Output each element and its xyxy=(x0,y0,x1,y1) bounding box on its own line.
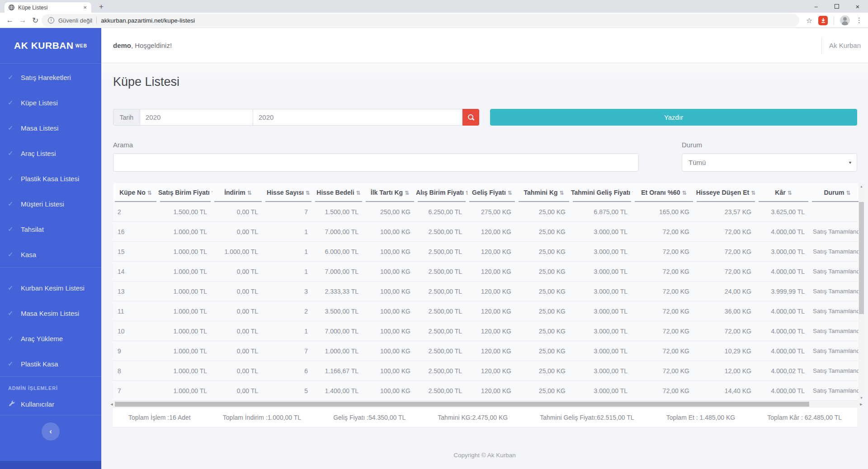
column-header[interactable]: Küpe No⇅ xyxy=(113,183,158,202)
minimize-button[interactable]: – xyxy=(806,0,826,13)
table-cell: 100,00 KG xyxy=(364,341,416,361)
page-title: Küpe Listesi xyxy=(113,75,179,89)
sidebar-item[interactable]: ✓Araç Yükleme xyxy=(0,326,101,351)
table-cell: 1.500,00 TL xyxy=(158,202,212,222)
column-header[interactable]: Tahmini Geliş Fiyatı⇅ xyxy=(571,183,633,202)
new-tab-button[interactable]: + xyxy=(96,2,107,12)
column-header[interactable]: Et Oranı %60⇅ xyxy=(633,183,695,202)
sidebar-item[interactable]: ✓Plastik Kasa Listesi xyxy=(0,166,101,191)
scroll-left-icon[interactable]: ◀ xyxy=(108,401,115,407)
sort-icon: ⇅ xyxy=(405,190,409,196)
table-cell: 275,00 KG xyxy=(467,202,517,222)
back-button[interactable]: ← xyxy=(4,13,16,28)
date-to-input[interactable] xyxy=(253,109,462,126)
column-header[interactable]: Alış Birim Fiyatı⇅ xyxy=(416,183,467,202)
column-header[interactable]: Hisse Sayısı⇅ xyxy=(264,183,313,202)
bookmark-star-icon[interactable]: ☆ xyxy=(806,16,812,25)
table-cell: Satış Tamamlandı xyxy=(810,301,859,321)
column-header[interactable]: Geliş Fiyatı⇅ xyxy=(467,183,517,202)
table-cell: 3.000,00 TL xyxy=(571,321,633,341)
column-header[interactable]: Hisseye Düşen Et⇅ xyxy=(695,183,757,202)
column-header[interactable]: Satış Birim Fiyatı⇅ xyxy=(158,183,212,202)
table-cell: 0,00 TL xyxy=(212,281,264,301)
table-cell: 4.000,00 TL xyxy=(757,381,810,401)
status-select[interactable]: Tümü ▾ xyxy=(682,153,857,172)
close-window-button[interactable]: × xyxy=(847,0,868,13)
table-cell: 1.000,00 TL xyxy=(313,341,364,361)
browser-menu-icon[interactable]: ⋮ xyxy=(856,16,863,24)
top-header: demo, Hoşgeldiniz! Ak Kurban xyxy=(101,28,868,63)
table-cell: 16 xyxy=(113,222,158,242)
column-header[interactable]: Durum⇅ xyxy=(810,183,859,202)
table-cell: 72,00 KG xyxy=(633,321,695,341)
table-cell: 24,00 KG xyxy=(695,281,757,301)
scroll-up-icon[interactable]: ▲ xyxy=(859,183,864,189)
account-name[interactable]: Ak Kurban xyxy=(822,28,868,63)
column-header[interactable]: Tahmini Kg⇅ xyxy=(517,183,571,202)
search-button[interactable] xyxy=(462,109,479,126)
sidebar-item[interactable]: ✓Satış Hareketleri xyxy=(0,65,101,90)
app-logo[interactable]: AK KURBANWEB xyxy=(0,28,101,63)
sidebar-item[interactable]: ✓Kurban Kesim Listesi xyxy=(0,275,101,300)
info-icon[interactable]: i xyxy=(48,17,54,23)
sidebar-item[interactable]: ✓Tahsilat xyxy=(0,216,101,242)
table-cell: 1.000,00 TL xyxy=(158,361,212,381)
scroll-down-icon[interactable]: ▼ xyxy=(859,394,864,401)
table-cell: 3.000,00 TL xyxy=(571,301,633,321)
date-from-input[interactable] xyxy=(140,109,253,126)
check-icon: ✓ xyxy=(8,98,15,107)
table-row: 111.000,00 TL0,00 TL23.500,00 TL100,00 K… xyxy=(113,301,859,321)
table-cell: 0,00 TL xyxy=(212,262,264,281)
table-cell: 0,00 TL xyxy=(212,321,264,341)
tab-close-icon[interactable]: × xyxy=(82,4,88,11)
browser-window: Küpe Listesi × + – × ← → ↻ i Güvenli değ… xyxy=(0,0,868,469)
reload-button[interactable]: ↻ xyxy=(29,13,42,28)
column-header[interactable]: Hisse Bedeli⇅ xyxy=(313,183,364,202)
sidebar-item[interactable]: ✓Plastik Kasa xyxy=(0,351,101,376)
vertical-scrollbar[interactable]: ▲ ▼ xyxy=(859,183,864,401)
search-input[interactable] xyxy=(113,153,639,172)
column-header[interactable]: İlk Tartı Kg⇅ xyxy=(364,183,416,202)
vertical-scrollbar-thumb[interactable] xyxy=(859,202,864,314)
table-cell: 1 xyxy=(264,262,313,281)
table-cell: 0,00 TL xyxy=(212,222,264,242)
sidebar-item[interactable]: ✓Müşteri Listesi xyxy=(0,191,101,216)
browser-tab[interactable]: Küpe Listesi × xyxy=(5,2,91,13)
table-cell: 4.000,00 TL xyxy=(757,222,810,242)
column-header[interactable]: İndirim⇅ xyxy=(212,183,264,202)
scroll-right-icon[interactable]: ▶ xyxy=(858,401,864,407)
horizontal-scrollbar-thumb[interactable] xyxy=(115,402,809,407)
sidebar-item[interactable]: ✓Masa Kesim Listesi xyxy=(0,300,101,326)
restore-button[interactable] xyxy=(826,0,847,13)
address-bar[interactable]: i Güvenli değil akkurban.pazartimi.net/k… xyxy=(42,14,799,27)
sidebar-item[interactable]: ✓Masa Listesi xyxy=(0,115,101,141)
table-cell: 165,00 KG xyxy=(633,202,695,222)
forward-button[interactable]: → xyxy=(16,13,29,28)
date-label: Tarih xyxy=(113,109,140,126)
table-cell: 3.999,99 TL xyxy=(757,281,810,301)
table-cell: 3.000,00 TL xyxy=(571,222,633,242)
horizontal-scrollbar[interactable]: ◀ ▶ xyxy=(108,401,864,407)
check-icon: ✓ xyxy=(8,73,15,81)
profile-avatar[interactable] xyxy=(840,15,850,25)
sidebar-collapse-button[interactable]: ‹ xyxy=(42,422,60,441)
print-button[interactable]: Yazdır xyxy=(490,109,857,126)
table-cell: 7 xyxy=(113,381,158,401)
table-cell: 1 xyxy=(264,222,313,242)
table-cell: 6.875,00 TL xyxy=(571,202,633,222)
table-cell: 6.250,00 TL xyxy=(416,202,467,222)
sidebar-item[interactable]: ✓Araç Listesi xyxy=(0,141,101,166)
sidebar-item[interactable]: ✓Kasa xyxy=(0,242,101,267)
table-cell: Satış Tamamlandı xyxy=(810,361,859,381)
sort-icon: ⇅ xyxy=(306,190,310,196)
sidebar-item[interactable]: ✓Küpe Listesi xyxy=(0,90,101,115)
table-row: 151.000,00 TL1.000,00 TL16.000,00 TL100,… xyxy=(113,242,859,262)
tab-title: Küpe Listesi xyxy=(18,5,79,11)
download-extension-icon[interactable] xyxy=(818,16,828,25)
sidebar-item[interactable]: Kullanıcılar xyxy=(0,393,101,415)
table-row: 141.000,00 TL0,00 TL17.000,00 TL100,00 K… xyxy=(113,262,859,281)
table-cell: 120,00 KG xyxy=(467,242,517,262)
table-cell: 25,00 KG xyxy=(517,242,571,262)
column-header[interactable]: Kâr⇅ xyxy=(757,183,810,202)
total-item: Toplam İndirim :1.000,00 TL xyxy=(223,414,301,421)
